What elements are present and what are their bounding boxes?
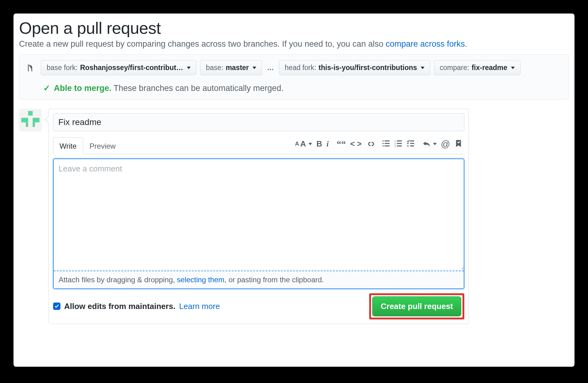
quote-button[interactable]: ““ <box>337 139 346 149</box>
page-title: Open a pull request <box>19 18 569 37</box>
tab-write[interactable]: Write <box>53 137 83 154</box>
base-fork-label: base fork: <box>47 64 78 72</box>
markdown-toolbar: AA B i ““ < > <box>295 139 464 152</box>
compare-row: base fork: Roshanjossey/first-contribut…… <box>25 60 563 75</box>
compare-across-forks-link[interactable]: compare across forks <box>386 39 465 49</box>
text-size-button[interactable]: AA <box>295 139 312 149</box>
base-fork-value: Roshanjossey/first-contribut… <box>80 64 183 72</box>
pr-title-input[interactable] <box>53 113 464 131</box>
subtitle-suffix: . <box>465 39 467 49</box>
svg-rect-15 <box>397 141 402 142</box>
caret-down-icon <box>511 67 515 69</box>
reply-button[interactable] <box>423 140 437 148</box>
ordered-list-button[interactable]: 123 <box>394 139 402 148</box>
compare-branch-value: fix-readme <box>472 64 507 72</box>
svg-rect-19 <box>410 143 414 144</box>
allow-edits-label: Allow edits from maintainers. <box>64 302 176 311</box>
svg-rect-9 <box>385 141 389 142</box>
bold-button[interactable]: B <box>316 139 322 149</box>
base-branch-value: master <box>226 64 249 72</box>
comment-tabbar: Write Preview AA B i ““ < > <box>53 137 464 154</box>
svg-rect-1 <box>28 111 33 115</box>
page-subtitle: Create a new pull request by comparing c… <box>19 39 569 49</box>
learn-more-link[interactable]: Learn more <box>179 302 220 311</box>
unordered-list-button[interactable] <box>382 139 390 148</box>
git-compare-icon <box>25 63 35 72</box>
merge-status-able: Able to merge. <box>54 84 112 93</box>
comment-box: Write Preview AA B i ““ < > <box>48 109 469 324</box>
code-button[interactable]: < > <box>350 139 362 149</box>
link-button[interactable] <box>366 139 374 148</box>
identicon-icon <box>19 109 42 131</box>
svg-rect-22 <box>407 146 408 147</box>
svg-rect-2 <box>21 118 28 123</box>
attach-suffix: , or pasting from the clipboard. <box>224 276 324 284</box>
head-fork-value: this-is-you/first-contributions <box>319 64 417 72</box>
svg-point-7 <box>382 143 384 144</box>
caret-down-icon <box>421 67 424 69</box>
saved-reply-button[interactable] <box>455 139 462 148</box>
submit-highlight: Create pull request <box>369 293 464 319</box>
svg-text:3: 3 <box>394 145 396 148</box>
svg-rect-3 <box>33 118 39 123</box>
page-container: Open a pull request Create a new pull re… <box>14 14 574 367</box>
svg-rect-20 <box>410 146 414 147</box>
attach-select-link[interactable]: selecting them <box>177 276 225 284</box>
page-header: Open a pull request Create a new pull re… <box>19 18 569 49</box>
mention-button[interactable]: @ <box>441 139 450 149</box>
compare-branch-label: compare: <box>440 64 469 72</box>
svg-rect-16 <box>397 143 402 144</box>
attach-prefix: Attach files by dragging & dropping, <box>59 276 177 284</box>
check-icon: ✓ <box>43 84 50 93</box>
base-branch-label: base: <box>206 64 223 72</box>
attach-hint[interactable]: Attach files by dragging & dropping, sel… <box>54 271 464 288</box>
head-fork-label: head fork: <box>285 64 316 72</box>
create-pull-request-button[interactable]: Create pull request <box>372 296 461 316</box>
svg-rect-5 <box>33 122 35 127</box>
compare-box: base fork: Roshanjossey/first-contribut…… <box>19 54 569 100</box>
base-fork-selector[interactable]: base fork: Roshanjossey/first-contribut… <box>41 60 196 75</box>
comment-field-wrap: Attach files by dragging & dropping, sel… <box>53 158 464 289</box>
comment-textarea[interactable] <box>54 159 464 270</box>
head-fork-selector[interactable]: head fork: this-is-you/first-contributio… <box>279 60 430 75</box>
pr-form-area: Write Preview AA B i ““ < > <box>19 109 569 324</box>
allow-edits-checkbox[interactable] <box>53 303 60 310</box>
svg-rect-18 <box>410 141 414 142</box>
italic-button[interactable]: i <box>327 139 329 149</box>
avatar <box>19 109 42 131</box>
compare-branch-selector[interactable]: compare: fix-readme <box>434 60 520 75</box>
svg-rect-4 <box>26 122 28 127</box>
svg-rect-17 <box>397 146 402 147</box>
allow-edits-row[interactable]: Allow edits from maintainers. Learn more <box>53 302 220 311</box>
svg-rect-11 <box>385 146 389 147</box>
base-branch-selector[interactable]: base: master <box>200 60 262 75</box>
caret-down-icon <box>187 67 191 69</box>
caret-down-icon <box>253 67 256 69</box>
task-list-button[interactable] <box>407 139 415 148</box>
svg-point-8 <box>382 145 384 147</box>
svg-point-6 <box>382 140 384 142</box>
compare-ellipsis: … <box>266 64 275 72</box>
tab-preview[interactable]: Preview <box>83 137 122 154</box>
form-footer: Allow edits from maintainers. Learn more… <box>53 293 464 319</box>
svg-rect-10 <box>385 143 389 144</box>
subtitle-text: Create a new pull request by comparing c… <box>19 39 386 49</box>
svg-rect-21 <box>407 143 408 144</box>
merge-status-detail: These branches can be automatically merg… <box>114 84 284 93</box>
merge-status: ✓ Able to merge. These branches can be a… <box>25 83 563 93</box>
